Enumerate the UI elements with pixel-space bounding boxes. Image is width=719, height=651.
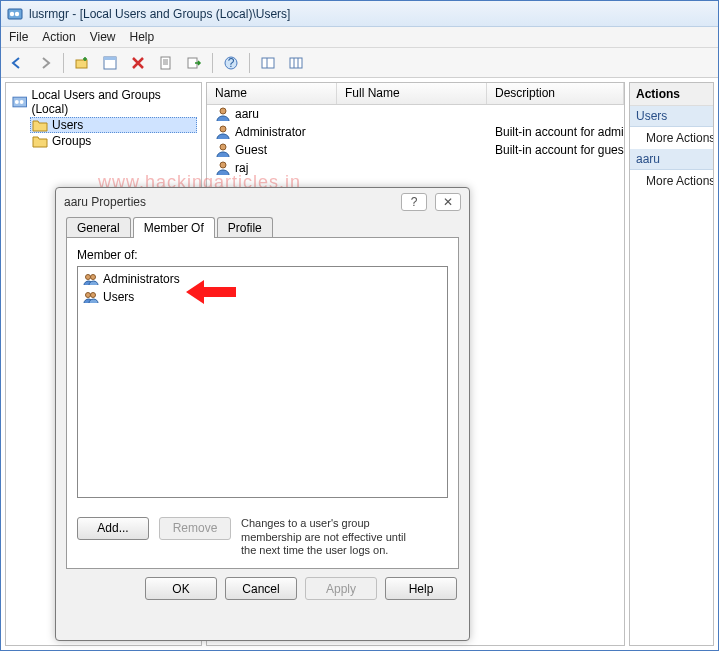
- properties-button[interactable]: [98, 51, 122, 75]
- member-list[interactable]: AdministratorsUsers: [77, 266, 448, 498]
- svg-point-16: [15, 100, 19, 104]
- toolbar-separator: [249, 53, 250, 73]
- actions-more-2[interactable]: More Actions: [630, 170, 713, 192]
- tab-strip: General Member Of Profile: [56, 217, 469, 238]
- svg-point-25: [91, 293, 96, 298]
- menu-file[interactable]: File: [9, 30, 28, 44]
- actions-section-aaru[interactable]: aaru: [630, 149, 713, 170]
- tab-general[interactable]: General: [66, 217, 131, 238]
- user-icon: [215, 160, 231, 176]
- user-description: Built-in account for administering the c…: [487, 125, 624, 139]
- ok-button[interactable]: OK: [145, 577, 217, 600]
- question-icon: ?: [411, 195, 418, 209]
- view-columns-button[interactable]: [284, 51, 308, 75]
- member-of-label: Member of:: [77, 248, 448, 262]
- new-button[interactable]: [70, 51, 94, 75]
- add-button[interactable]: Add...: [77, 517, 149, 540]
- membership-note: Changes to a user's group membership are…: [241, 517, 416, 558]
- delete-button[interactable]: [126, 51, 150, 75]
- menubar: File Action View Help: [1, 27, 718, 48]
- folder-icon: [32, 118, 48, 132]
- user-name: raj: [235, 161, 248, 175]
- properties-dialog: aaru Properties ? ✕ General Member Of Pr…: [55, 187, 470, 641]
- dialog-footer: OK Cancel Apply Help: [56, 577, 469, 610]
- svg-point-18: [220, 108, 226, 114]
- console-root-icon: [12, 95, 27, 109]
- column-description[interactable]: Description: [487, 83, 624, 104]
- back-button[interactable]: [5, 51, 29, 75]
- tree-root-label: Local Users and Groups (Local): [31, 88, 195, 116]
- svg-point-21: [220, 162, 226, 168]
- actions-section-users[interactable]: Users: [630, 106, 713, 127]
- svg-text:?: ?: [228, 56, 235, 70]
- dialog-titlebar: aaru Properties ? ✕: [56, 188, 469, 216]
- tree-item-groups[interactable]: Groups: [30, 133, 197, 149]
- dialog-close-button[interactable]: ✕: [435, 193, 461, 211]
- svg-point-20: [220, 144, 226, 150]
- user-icon: [215, 142, 231, 158]
- group-item[interactable]: Users: [81, 288, 444, 306]
- refresh-button[interactable]: [154, 51, 178, 75]
- svg-point-22: [86, 275, 91, 280]
- apply-button[interactable]: Apply: [305, 577, 377, 600]
- tab-body: Member of: AdministratorsUsers Add... Re…: [66, 237, 459, 569]
- menu-action[interactable]: Action: [42, 30, 75, 44]
- remove-button[interactable]: Remove: [159, 517, 231, 540]
- menu-view[interactable]: View: [90, 30, 116, 44]
- dialog-title: aaru Properties: [64, 195, 146, 209]
- titlebar: lusrmgr - [Local Users and Groups (Local…: [1, 1, 718, 27]
- export-button[interactable]: [182, 51, 206, 75]
- delete-x-icon: [130, 55, 146, 71]
- group-name: Users: [103, 290, 134, 304]
- user-name: aaru: [235, 107, 259, 121]
- svg-point-23: [91, 275, 96, 280]
- svg-rect-6: [161, 57, 170, 69]
- user-row[interactable]: raj: [207, 159, 624, 177]
- user-icon: [215, 106, 231, 122]
- group-item[interactable]: Administrators: [81, 270, 444, 288]
- svg-point-24: [86, 293, 91, 298]
- folder-icon: [32, 134, 48, 148]
- user-row[interactable]: AdministratorBuilt-in account for admini…: [207, 123, 624, 141]
- svg-point-1: [10, 11, 14, 15]
- dialog-help-button[interactable]: ?: [401, 193, 427, 211]
- window-icon: [102, 55, 118, 71]
- help-icon: ?: [223, 55, 239, 71]
- toolbar-separator: [63, 53, 64, 73]
- help-button[interactable]: ?: [219, 51, 243, 75]
- svg-point-17: [20, 100, 24, 104]
- user-row[interactable]: aaru: [207, 105, 624, 123]
- group-icon: [83, 271, 99, 287]
- window-title: lusrmgr - [Local Users and Groups (Local…: [29, 7, 290, 21]
- actions-more-1[interactable]: More Actions: [630, 127, 713, 149]
- cancel-button[interactable]: Cancel: [225, 577, 297, 600]
- forward-button[interactable]: [33, 51, 57, 75]
- svg-point-2: [15, 11, 19, 15]
- user-row[interactable]: GuestBuilt-in account for guest access t…: [207, 141, 624, 159]
- view-split-button[interactable]: [256, 51, 280, 75]
- folder-plus-icon: [74, 55, 90, 71]
- column-name[interactable]: Name: [207, 83, 337, 104]
- close-icon: ✕: [443, 195, 453, 209]
- user-description: Built-in account for guest access to the…: [487, 143, 624, 157]
- tree-item-users[interactable]: Users: [30, 117, 197, 133]
- tree-groups-label: Groups: [52, 134, 91, 148]
- tree-root[interactable]: Local Users and Groups (Local): [10, 87, 197, 117]
- actions-header: Actions: [630, 83, 713, 106]
- pane-icon: [260, 55, 276, 71]
- tab-profile[interactable]: Profile: [217, 217, 273, 238]
- svg-rect-12: [290, 58, 302, 68]
- svg-rect-3: [76, 60, 87, 68]
- toolbar: ?: [1, 48, 718, 78]
- toolbar-separator: [212, 53, 213, 73]
- tree-users-label: Users: [52, 118, 83, 132]
- help-button[interactable]: Help: [385, 577, 457, 600]
- tab-member-of[interactable]: Member Of: [133, 217, 215, 238]
- column-fullname[interactable]: Full Name: [337, 83, 487, 104]
- svg-point-19: [220, 126, 226, 132]
- forward-icon: [37, 55, 53, 71]
- export-icon: [186, 55, 202, 71]
- page-icon: [158, 55, 174, 71]
- menu-help[interactable]: Help: [130, 30, 155, 44]
- svg-rect-10: [262, 58, 274, 68]
